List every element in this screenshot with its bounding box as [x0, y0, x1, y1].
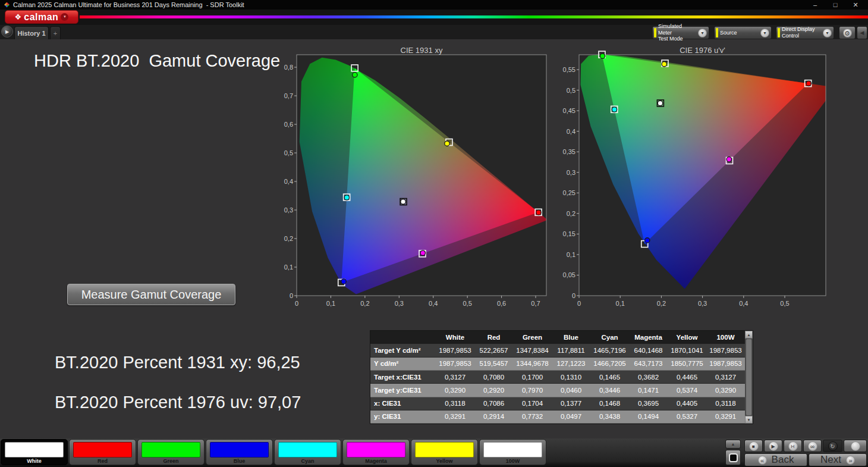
- measured-marker-blue: [341, 279, 346, 284]
- calman-diamond-icon: ❖: [15, 13, 22, 21]
- table-cell: 1987,9853: [436, 344, 474, 357]
- measured-marker-yellow: [662, 62, 666, 67]
- table-row: Target x:CIE310,31270,70800,17000,13100,…: [370, 371, 745, 384]
- add-tab-button[interactable]: +: [50, 26, 61, 39]
- table-cell: 0,7080: [474, 371, 513, 384]
- source-dropdown[interactable]: Source ▼: [714, 26, 772, 39]
- y-tick-label: 0,8: [284, 64, 293, 71]
- window-title: Calman 2025 Calman Ultimate for Business…: [13, 1, 805, 8]
- play-button[interactable]: ▶: [764, 440, 782, 452]
- swatch-color-block: [415, 442, 474, 457]
- table-cell: 0,1468: [590, 397, 629, 410]
- x-tick-label: 0,4: [739, 300, 748, 307]
- tab-history-1[interactable]: History 1: [14, 26, 49, 39]
- y-tick-label: 0,35: [563, 148, 575, 155]
- x-tick-label: 0: [577, 300, 581, 307]
- swatch-green[interactable]: Green: [137, 439, 205, 465]
- table-column-header: [370, 331, 436, 344]
- table-cell: 0,0460: [552, 384, 590, 397]
- scrollbar-thumb[interactable]: [746, 339, 751, 415]
- swatch-cyan[interactable]: Cyan: [274, 439, 341, 465]
- logo-menu-caret-icon[interactable]: ▼: [61, 13, 68, 21]
- table-cell: 1870,1041: [668, 344, 706, 357]
- display-control-dropdown[interactable]: Direct Display Control ▼: [776, 26, 834, 39]
- swatch-label: Cyan: [275, 458, 341, 464]
- swatch-label: Red: [70, 458, 136, 464]
- y-tick-label: 0,4: [567, 128, 575, 135]
- minimize-button[interactable]: –: [805, 1, 825, 10]
- table-cell: 0,4405: [668, 397, 706, 410]
- calman-logo-button[interactable]: ❖ calman ▼: [5, 10, 78, 24]
- measure-gamut-coverage-button[interactable]: Measure Gamut Coverage: [67, 284, 235, 305]
- y-tick-label: 0,15: [563, 230, 575, 237]
- y-tick-label: 0,6: [284, 121, 293, 128]
- collapse-panel-button[interactable]: ◀: [857, 26, 867, 39]
- swatch-yellow[interactable]: Yellow: [411, 439, 478, 465]
- chevron-up-icon: ▲: [731, 442, 735, 446]
- scroll-up-icon[interactable]: ▲: [745, 331, 753, 339]
- table-cell: 0,1471: [629, 384, 668, 397]
- continuous-measure-button[interactable]: ∞: [803, 440, 822, 452]
- measured-marker-white: [658, 101, 662, 105]
- table-cell: 0,3291: [706, 410, 745, 423]
- table-column-header: Red: [474, 331, 513, 344]
- simulated-meter-dropdown[interactable]: Simulated Meter Test Mode ▼: [652, 26, 709, 39]
- table-cell: 0,1494: [629, 410, 668, 423]
- table-column-header: Yellow: [668, 331, 706, 344]
- workflow-play-button[interactable]: ▶: [1, 26, 13, 37]
- table-cell: 522,2657: [474, 344, 513, 357]
- table-cell: 0,0497: [552, 410, 590, 423]
- expand-controls-button[interactable]: ▲: [725, 440, 741, 449]
- swatch-white[interactable]: White: [1, 439, 68, 465]
- table-cell: 0,1704: [513, 397, 552, 410]
- maximize-button[interactable]: □: [825, 1, 845, 10]
- stop-all-button[interactable]: [725, 450, 741, 465]
- settings-button[interactable]: ⚙: [839, 26, 856, 39]
- table-cell: 1987,9853: [436, 357, 474, 370]
- table-row-label: Target x:CIE31: [370, 371, 436, 384]
- next-button[interactable]: Next »: [809, 453, 867, 466]
- swatch-label: Yellow: [411, 458, 477, 464]
- table-cell: 640,1468: [629, 344, 668, 357]
- y-tick-label: 0: [572, 292, 575, 299]
- x-tick-label: 0,3: [395, 300, 404, 307]
- rainbow-gradient-strip: [80, 15, 868, 18]
- measurement-table: WhiteRedGreenBlueCyanMagentaYellow100W T…: [370, 330, 753, 424]
- back-button[interactable]: « Back: [744, 453, 807, 466]
- table-scrollbar[interactable]: ▲ ▼: [745, 331, 753, 424]
- stop-button[interactable]: ■: [744, 440, 763, 452]
- swatch-magenta[interactable]: Magenta: [342, 439, 410, 465]
- table-cell: 519,5457: [474, 357, 513, 370]
- swatch-100w[interactable]: 100W: [479, 439, 546, 465]
- cie-1976-chart-title: CIE 1976 u'v': [579, 46, 826, 55]
- chevron-down-icon[interactable]: ▼: [760, 29, 769, 37]
- swatch-label: 100W: [480, 458, 546, 464]
- meter-dropdown-line2: Test Mode: [658, 36, 696, 42]
- swatch-label: Green: [138, 458, 204, 464]
- x-tick-label: 0,1: [326, 300, 335, 307]
- close-button[interactable]: ✕: [845, 1, 866, 10]
- logo-band: ❖ calman ▼: [0, 10, 868, 25]
- hold-button[interactable]: H: [784, 440, 802, 452]
- table-row: y: CIE310,32910,29140,77320,04970,34380,…: [370, 410, 745, 423]
- scroll-down-icon[interactable]: ▼: [745, 416, 753, 424]
- table-cell: 1347,8384: [513, 344, 552, 357]
- chevron-down-icon[interactable]: ▼: [698, 29, 707, 37]
- x-tick-label: 0,2: [360, 300, 369, 307]
- swatch-red[interactable]: Red: [69, 439, 136, 465]
- y-tick-label: 0,25: [563, 189, 575, 196]
- y-tick-label: 0,3: [567, 169, 575, 176]
- infinity-icon: ∞: [808, 441, 817, 451]
- chevron-down-icon[interactable]: ▼: [823, 29, 832, 37]
- swatch-blue[interactable]: Blue: [206, 439, 273, 465]
- loop-measure-button-active[interactable]: ↻: [823, 440, 842, 452]
- table-row: Target y:CIE310,32900,29200,79700,04600,…: [370, 384, 745, 397]
- y-tick-label: 0,45: [563, 107, 575, 114]
- measured-marker-blue: [645, 238, 650, 243]
- table-cell: 0,3438: [590, 410, 629, 423]
- table-row-label: x: CIE31: [370, 397, 436, 410]
- blank-indicator-icon: [851, 441, 860, 451]
- table-cell: 1987,9853: [706, 357, 745, 370]
- y-tick-label: 0,1: [284, 264, 293, 271]
- table-cell: 0,3127: [706, 371, 745, 384]
